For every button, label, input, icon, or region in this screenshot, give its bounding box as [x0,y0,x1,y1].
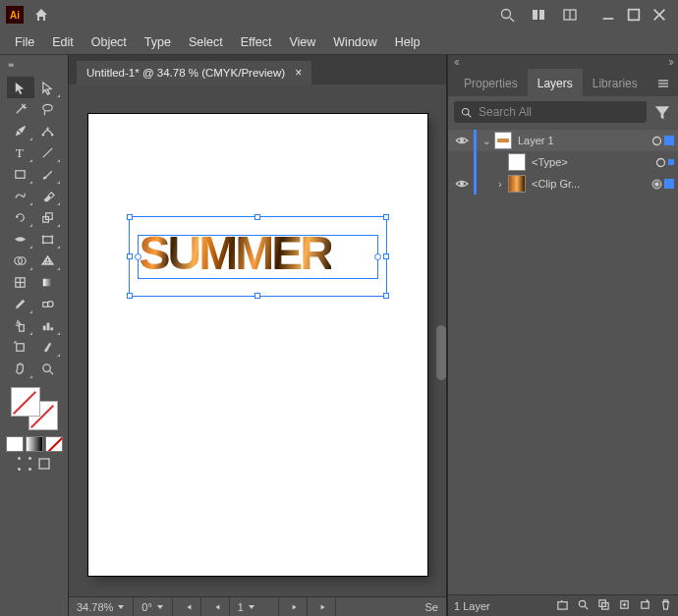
color-mode-button[interactable] [6,436,24,452]
none-mode-button[interactable] [45,436,63,452]
column-graph-tool[interactable] [34,314,62,336]
draw-normal-button[interactable] [16,456,33,472]
perspective-grid-tool[interactable] [34,250,62,271]
zoom-field[interactable]: 34.78% [69,597,134,616]
selection-handle[interactable] [374,253,381,260]
layers-filter-button[interactable] [652,102,672,122]
window-maximize-button[interactable] [623,7,645,23]
selection-handle[interactable] [127,214,133,220]
gradient-mode-button[interactable] [26,436,43,452]
pen-tool[interactable] [7,120,34,141]
magic-wand-tool[interactable] [7,98,34,120]
rectangle-tool[interactable] [7,163,34,185]
layer-selection-indicator[interactable] [664,179,674,189]
selection-handle[interactable] [383,293,389,299]
selection-tool[interactable] [7,77,34,98]
layer-target-button[interactable] [652,157,668,168]
symbol-sprayer-tool[interactable] [7,314,34,336]
menu-window[interactable]: Window [324,35,385,49]
window-close-button[interactable] [649,7,670,23]
type-tool[interactable]: T [7,141,34,163]
artboard-nav-first[interactable] [173,597,201,616]
tab-libraries[interactable]: Libraries [583,71,648,96]
line-tool[interactable] [34,141,62,163]
create-new-layer-button[interactable] [639,598,651,613]
paintbrush-tool[interactable] [34,163,62,185]
layer-row[interactable]: ⌄ Layer 1 [448,130,678,151]
selection-inner-box[interactable] [138,235,378,279]
layer-target-button[interactable] [649,136,664,146]
curvature-tool[interactable] [34,120,62,141]
panel-menu-button[interactable] [649,74,678,96]
window-minimize-button[interactable] [597,7,619,23]
layer-row[interactable]: <Type> [448,151,678,173]
artboard-nav-prev[interactable] [201,597,230,616]
width-tool[interactable] [7,228,34,250]
vertical-scrollbar[interactable] [434,84,446,596]
layer-name[interactable]: <Type> [532,156,652,168]
shape-builder-tool[interactable] [7,250,34,271]
gradient-tool[interactable] [34,271,62,293]
visibility-toggle[interactable] [452,177,472,191]
zoom-tool[interactable] [34,358,62,379]
eyedropper-tool[interactable] [7,293,34,314]
selection-handle[interactable] [254,214,260,220]
arrange-panels-button-1[interactable] [526,3,551,27]
menu-view[interactable]: View [280,35,324,49]
vertical-scrollbar-thumb[interactable] [436,325,446,380]
artboard-number-field[interactable]: 1 [230,597,279,616]
app-logo[interactable]: Ai [6,6,24,24]
shaper-tool[interactable] [7,185,34,206]
layer-target-button[interactable] [649,179,664,190]
panel-collapse-button[interactable]: ‹‹ [454,55,458,69]
selection-handle[interactable] [135,253,141,260]
collect-for-export-button[interactable] [556,598,569,613]
eraser-tool[interactable] [34,185,62,206]
mesh-tool[interactable] [7,271,34,293]
slice-tool[interactable] [34,336,62,358]
tab-layers[interactable]: Layers [528,69,583,96]
layer-name[interactable]: <Clip Gr... [532,178,649,190]
document-tab[interactable]: Untitled-1* @ 34.78 % (CMYK/Preview) × [77,61,311,84]
fill-stroke-control[interactable] [7,387,62,430]
menu-object[interactable]: Object [83,35,136,49]
artboard-nav-next[interactable] [279,597,308,616]
layer-selection-indicator[interactable] [668,159,674,165]
blend-tool[interactable] [34,293,62,314]
layer-name[interactable]: Layer 1 [518,135,649,146]
menu-help[interactable]: Help [386,35,429,49]
layer-row[interactable]: › <Clip Gr... [448,173,678,195]
selection-handle[interactable] [254,293,260,299]
selection-handle[interactable] [127,253,133,259]
free-transform-tool[interactable] [34,228,62,250]
menu-select[interactable]: Select [180,35,232,49]
menu-file[interactable]: File [6,35,43,49]
panel-expand-button[interactable]: ›› [668,55,672,69]
selection-handle[interactable] [383,253,389,259]
home-button[interactable] [31,5,51,25]
direct-selection-tool[interactable] [34,77,62,98]
panel-drag-handle[interactable]: •• [8,59,12,75]
arrange-panels-button-2[interactable] [557,3,583,27]
canvas-viewport[interactable]: SUMMER [69,84,446,596]
artboard-tool[interactable] [7,336,34,358]
layer-expand-toggle[interactable]: ⌄ [480,136,492,146]
make-clipping-mask-button[interactable] [597,598,610,613]
titlebar-search-button[interactable] [494,3,520,27]
draw-behind-button[interactable] [35,456,53,472]
visibility-toggle[interactable] [452,134,472,147]
selection-handle[interactable] [383,214,389,220]
delete-layer-button[interactable] [659,598,672,613]
tab-properties[interactable]: Properties [454,71,528,96]
rotate-tool[interactable] [7,206,34,228]
hand-tool[interactable] [7,358,34,379]
layer-selection-indicator[interactable] [664,136,674,145]
lasso-tool[interactable] [34,98,62,120]
menu-edit[interactable]: Edit [43,35,83,49]
menu-type[interactable]: Type [136,35,180,49]
layer-expand-toggle[interactable]: › [494,179,506,190]
locate-object-button[interactable] [577,598,590,613]
artboard-nav-last[interactable] [308,597,336,616]
create-sublayer-button[interactable] [618,598,631,613]
layers-search-input[interactable]: Search All [454,101,647,123]
